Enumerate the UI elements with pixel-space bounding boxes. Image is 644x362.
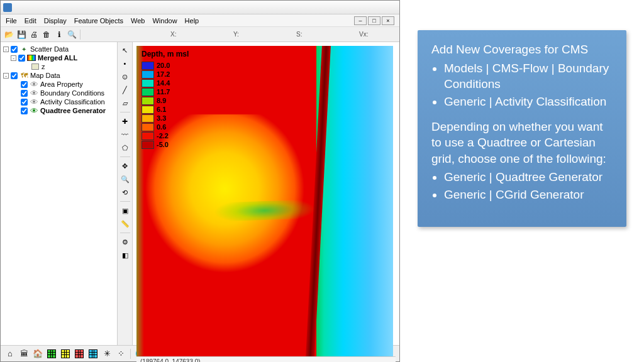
scatter-checkbox[interactable] [11, 46, 18, 53]
legend-row: 3.3 [142, 114, 189, 123]
grid3-module-icon[interactable] [74, 348, 85, 359]
legend-row: -2.2 [142, 131, 189, 140]
menu-feature-objects[interactable]: Feature Objects [74, 17, 123, 25]
map-viewport[interactable]: Depth, m msl 20.017.214.411.78.96.13.30.… [133, 42, 399, 345]
coverage-icon: 👁 [30, 80, 38, 88]
pan-tool-icon[interactable]: ✥ [119, 160, 131, 172]
area-checkbox[interactable] [21, 81, 28, 88]
instruction-bullet: Generic | Quadtree Generator [444, 169, 613, 185]
instruction-paragraph: Depending on whether you want to use a Q… [431, 119, 613, 167]
scatter-icon: ✦ [19, 45, 28, 53]
house-icon[interactable]: 🏠 [32, 348, 43, 359]
point-tool-icon[interactable]: • [119, 58, 131, 69]
grid-module-icon[interactable] [46, 348, 57, 359]
map-checkbox[interactable] [11, 72, 18, 79]
delete-icon[interactable]: 🗑 [41, 29, 52, 40]
legend-swatch [142, 132, 154, 140]
open-icon[interactable]: 📂 [3, 29, 14, 40]
legend-swatch [142, 106, 154, 114]
arc-tool-icon[interactable]: ╱ [119, 84, 131, 96]
minimize-button[interactable]: – [354, 16, 367, 25]
menu-file[interactable]: File [6, 17, 17, 25]
legend-value: 17.2 [157, 70, 170, 78]
color-legend: Depth, m msl 20.017.214.411.78.96.13.30.… [142, 50, 189, 149]
vertical-toolbar: ↖ • ⊙ ╱ ▱ ✚ 〰 ⬠ ✥ 🔍 ⟲ ▣ 📏 ⚙ ◧ [118, 42, 133, 345]
collapse-icon[interactable]: - [11, 55, 16, 61]
legend-row: -5.0 [142, 140, 189, 149]
home-icon[interactable]: ⌂ [4, 348, 16, 359]
legend-swatch [142, 62, 154, 70]
coord-vx-label: Vx: [359, 31, 397, 38]
bc-checkbox[interactable] [21, 90, 28, 97]
coord-x-label: X: [170, 31, 208, 38]
menu-edit[interactable]: Edit [25, 17, 36, 25]
legend-row: 20.0 [142, 61, 189, 70]
quad-checkbox[interactable] [21, 107, 28, 114]
legend-row: 0.6 [142, 123, 189, 131]
coverage-active-icon: 👁 [30, 107, 38, 114]
mesh-icon[interactable]: ✳ [101, 348, 113, 359]
tree-activity-classification[interactable]: Activity Classification [40, 98, 105, 106]
scatter-module-icon[interactable]: ⁘ [115, 348, 126, 359]
menu-display[interactable]: Display [44, 17, 67, 25]
coord-s-label: S: [296, 31, 334, 38]
node-tool-icon[interactable]: ⊙ [119, 71, 131, 82]
legend-row: 17.2 [142, 70, 189, 79]
merged-checkbox[interactable] [18, 55, 25, 62]
select-tool-icon[interactable]: ↖ [119, 45, 131, 56]
instruction-bullet: Generic | CGrid Generator [444, 187, 613, 203]
save-icon[interactable]: 💾 [16, 29, 27, 40]
close-button[interactable]: × [382, 16, 394, 25]
maximize-button[interactable]: □ [368, 16, 380, 25]
misc-tool-icon[interactable]: ⚙ [119, 236, 131, 248]
rotate-tool-icon[interactable]: ⟲ [119, 187, 131, 198]
grid4-module-icon[interactable] [87, 348, 99, 359]
legend-value: 11.7 [157, 88, 170, 96]
menu-web[interactable]: Web [131, 17, 145, 25]
measure-tool-icon[interactable]: 📏 [119, 218, 131, 229]
coverage-icon: 👁 [30, 98, 38, 106]
grid2-module-icon[interactable] [60, 348, 71, 359]
legend-swatch [142, 114, 154, 123]
legend-value: 6.1 [157, 106, 166, 113]
zoom-icon[interactable]: 🔍 [66, 29, 77, 40]
instruction-bullet: Models | CMS-Flow | Boundary Conditions [444, 60, 613, 92]
info-icon[interactable]: ℹ [53, 29, 65, 40]
menu-window[interactable]: Window [152, 17, 177, 25]
legend-value: 0.6 [157, 123, 166, 131]
polygon-tool-icon[interactable]: ▱ [119, 97, 131, 109]
tree-boundary-conditions[interactable]: Boundary Conditions [40, 89, 104, 97]
building-icon[interactable]: 🏛 [18, 348, 30, 359]
legend-row: 11.7 [142, 87, 189, 96]
collapse-icon[interactable]: - [3, 47, 9, 52]
project-tree[interactable]: - ✦ Scatter Data - Merged ALL z - [1, 42, 118, 345]
tree-z[interactable]: z [42, 63, 45, 70]
tree-map-data[interactable]: Map Data [30, 72, 60, 79]
collapse-icon[interactable]: - [3, 73, 9, 79]
legend-value: -2.2 [157, 132, 169, 140]
menu-bar: File Edit Display Feature Objects Web Wi… [1, 14, 399, 27]
tree-merged-all[interactable]: Merged ALL [38, 54, 77, 62]
create-poly-icon[interactable]: ⬠ [119, 142, 131, 153]
tree-area-property[interactable]: Area Property [40, 80, 83, 88]
create-point-icon[interactable]: ✚ [119, 116, 131, 127]
instruction-bullet: Generic | Activity Classification [444, 94, 613, 110]
tree-quadtree-generator[interactable]: Quadtree Generator [40, 107, 106, 114]
legend-title: Depth, m msl [142, 50, 189, 58]
create-arc-icon[interactable]: 〰 [119, 129, 131, 140]
dataset-icon [27, 55, 36, 61]
instruction-box: Add New Coverages for CMS Models | CMS-F… [418, 30, 626, 227]
frame-tool-icon[interactable]: ▣ [119, 205, 131, 216]
legend-swatch [142, 97, 154, 105]
legend-value: 14.4 [157, 79, 170, 87]
print-icon[interactable]: 🖨 [28, 29, 40, 40]
menu-help[interactable]: Help [185, 17, 199, 25]
zoom-tool-icon[interactable]: 🔍 [119, 173, 131, 185]
legend-swatch [142, 88, 154, 96]
tree-scatter-data[interactable]: Scatter Data [30, 45, 69, 53]
bathymetry-map[interactable]: Depth, m msl 20.017.214.411.78.96.13.30.… [136, 46, 393, 356]
instruction-heading: Add New Coverages for CMS [431, 41, 613, 58]
misc2-tool-icon[interactable]: ◧ [119, 250, 131, 261]
activity-checkbox[interactable] [21, 99, 28, 106]
application-window: File Edit Display Feature Objects Web Wi… [0, 0, 400, 362]
